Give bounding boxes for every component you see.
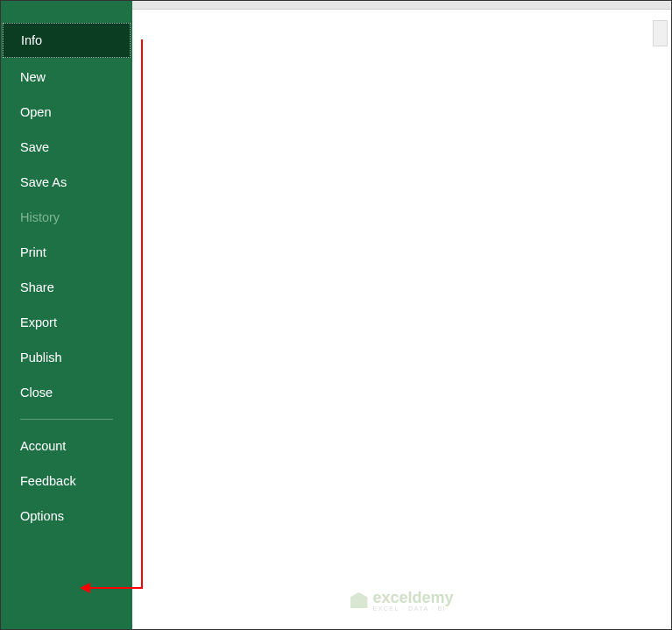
content-area: exceldemy EXCEL · DATA · BI (132, 10, 671, 629)
sidebar-item-new[interactable]: New (1, 60, 132, 95)
sidebar-divider (20, 419, 113, 420)
watermark: exceldemy EXCEL · DATA · BI (350, 589, 453, 612)
annotation-line-vertical (141, 39, 143, 587)
scrollbar[interactable] (653, 20, 668, 46)
watermark-brand: exceldemy (372, 589, 453, 606)
sidebar-item-save-as[interactable]: Save As (1, 165, 132, 200)
cube-icon (350, 592, 367, 608)
sidebar-item-print[interactable]: Print (1, 235, 132, 270)
sidebar-item-history: History (1, 200, 132, 235)
sidebar-item-feedback[interactable]: Feedback (1, 464, 132, 499)
top-bar (132, 1, 671, 10)
sidebar-item-options[interactable]: Options (1, 499, 132, 534)
annotation-arrowhead-icon (80, 583, 90, 593)
sidebar-item-export[interactable]: Export (1, 305, 132, 340)
watermark-tagline: EXCEL · DATA · BI (372, 605, 453, 612)
backstage-sidebar: Info New Open Save Save As History Print… (1, 1, 132, 629)
sidebar-item-account[interactable]: Account (1, 428, 132, 464)
sidebar-item-open[interactable]: Open (1, 95, 132, 130)
sidebar-item-publish[interactable]: Publish (1, 340, 132, 375)
sidebar-item-info[interactable]: Info (3, 23, 131, 58)
sidebar-item-close[interactable]: Close (1, 375, 132, 410)
sidebar-item-share[interactable]: Share (1, 270, 132, 305)
annotation-line-horizontal (88, 587, 143, 589)
app-window: Info New Open Save Save As History Print… (0, 0, 672, 630)
sidebar-item-save[interactable]: Save (1, 130, 132, 165)
